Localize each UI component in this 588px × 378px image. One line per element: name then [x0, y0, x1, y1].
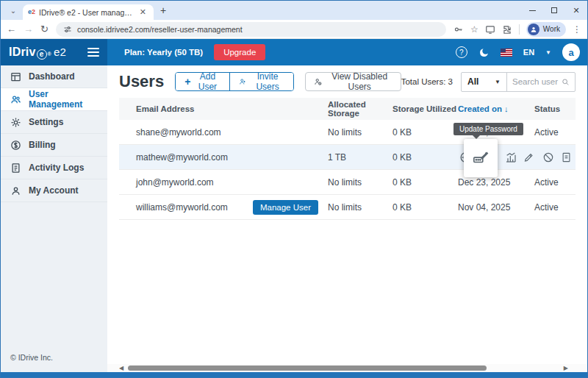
dashboard-icon [10, 71, 21, 82]
new-tab-button[interactable]: + [160, 5, 166, 15]
view-disabled-users-button[interactable]: View Disabled Users [305, 72, 401, 91]
search-box [507, 73, 575, 91]
idrive-e2-logo[interactable]: IDrive®e2 [9, 46, 66, 59]
url-text: console.idrivee2.com/reseller-user-manag… [77, 25, 243, 34]
back-icon[interactable]: ← [7, 24, 16, 34]
col-utilized[interactable]: Storage Utilized [392, 104, 458, 113]
search-input[interactable] [512, 77, 559, 86]
sidebar-item-activity-logs[interactable]: Activity Logs [1, 157, 107, 179]
table-row[interactable]: john@myworld.com No limits 0 KB Dec 23, … [119, 170, 576, 195]
sidebar-item-settings[interactable]: Settings [1, 111, 107, 134]
sort-desc-arrow-icon: ↓ [504, 104, 509, 113]
browser-titlebar: ⌄ e2 IDrive® e2 - User management ✕ + ✕ [1, 1, 587, 20]
person-disabled-icon [314, 76, 322, 87]
search-icon[interactable] [562, 77, 570, 87]
total-users-label: Total Users: 3 [401, 77, 453, 86]
toolbar-divider [519, 24, 520, 35]
allocated-storage: No limits [328, 202, 392, 213]
status-filter-dropdown[interactable]: All ▼ [462, 73, 507, 91]
scroll-left-arrow-icon[interactable]: ◀ [119, 365, 123, 371]
us-flag-icon [501, 49, 512, 57]
profile-chip[interactable]: Work [526, 22, 566, 37]
user-management-icon [10, 94, 21, 105]
user-logs-icon[interactable] [561, 151, 572, 163]
status-badge: Active [534, 202, 576, 213]
user-email-cell: williams@myworld.com Manage User [119, 200, 328, 215]
sidebar-item-dashboard[interactable]: Dashboard [1, 65, 107, 88]
users-table: Email Address Allocated Storage Storage … [119, 98, 576, 220]
user-email: mathew@myworld.com [119, 152, 328, 163]
page-title: Users [119, 72, 164, 91]
browser-window: ⌄ e2 IDrive® e2 - User management ✕ + ✕ … [0, 0, 588, 378]
plus-icon: + [184, 76, 190, 87]
table-header-row: Email Address Allocated Storage Storage … [119, 98, 576, 120]
col-status[interactable]: Status [534, 104, 576, 113]
table-row[interactable]: williams@myworld.com Manage User No limi… [119, 195, 576, 220]
allocated-storage: 1 TB [328, 152, 392, 163]
help-icon[interactable]: ? [456, 46, 467, 58]
table-row-hovered[interactable]: mathew@myworld.com 1 TB 0 KB [119, 145, 576, 170]
storage-utilized: 0 KB [392, 177, 458, 188]
minimize-button[interactable] [521, 1, 543, 20]
user-actions-group: + Add User Invite Users [175, 72, 294, 91]
forward-icon[interactable]: → [24, 24, 33, 34]
update-password-icon [473, 150, 489, 166]
language-label[interactable]: EN [523, 48, 534, 57]
address-bar[interactable]: console.idrivee2.com/reseller-user-manag… [56, 22, 446, 37]
update-password-tooltip: Update Password [453, 123, 523, 135]
horizontal-scrollbar[interactable]: ◀ ▶ [107, 364, 587, 372]
tab-title: IDrive® e2 - User management [39, 8, 134, 17]
manage-user-button[interactable]: Manage User [253, 200, 318, 215]
col-allocated[interactable]: Allocated Storage [328, 100, 392, 118]
password-key-icon[interactable] [453, 24, 464, 35]
dark-mode-moon-icon[interactable] [478, 47, 490, 58]
user-email: williams@myworld.com [136, 202, 228, 213]
billing-icon [10, 140, 21, 151]
bookmark-star-icon[interactable]: ☆ [470, 25, 478, 34]
usage-stats-icon[interactable] [505, 151, 517, 163]
sidebar-item-my-account[interactable]: My Account [1, 179, 107, 202]
hamburger-menu-icon[interactable] [87, 48, 99, 57]
tab-search-icon[interactable]: ⌄ [7, 4, 20, 17]
add-user-button[interactable]: + Add User [176, 73, 229, 90]
window-bottom-border [1, 372, 587, 377]
reload-icon[interactable]: ↻ [40, 24, 49, 34]
invite-users-button[interactable]: Invite Users [229, 73, 294, 90]
person-plus-icon [239, 76, 246, 87]
created-on: Nov 04, 2025 [458, 202, 534, 213]
filter-search-group: All ▼ [461, 72, 576, 92]
copyright-label: © IDrive Inc. [1, 353, 107, 372]
gear-icon [10, 117, 21, 128]
col-email[interactable]: Email Address [119, 104, 328, 113]
status-badge: Active [534, 177, 576, 188]
browser-tab[interactable]: e2 IDrive® e2 - User management ✕ [23, 4, 154, 20]
storage-utilized: 0 KB [392, 152, 458, 163]
app-body: Dashboard User Management Settings Billi… [1, 65, 587, 372]
close-button[interactable]: ✕ [565, 1, 587, 20]
account-avatar[interactable]: a [562, 43, 580, 61]
allocated-storage: No limits [328, 127, 392, 138]
sidebar-item-user-management[interactable]: User Management [1, 88, 107, 111]
scroll-right-arrow-icon[interactable]: ▶ [564, 365, 568, 371]
update-password-card[interactable] [464, 139, 498, 177]
disable-user-icon[interactable] [542, 151, 554, 163]
user-email: shane@myworld.com [119, 127, 328, 138]
language-caret-icon[interactable]: ▼ [545, 49, 551, 56]
extensions-puzzle-icon[interactable] [502, 24, 512, 35]
main-content: Users + Add User Invite Users View Disab… [107, 65, 587, 372]
screen-share-icon[interactable] [485, 24, 495, 35]
edit-pencil-icon[interactable] [523, 151, 534, 163]
col-created-on[interactable]: Created on ↓ [458, 104, 534, 113]
maximize-button[interactable] [543, 1, 565, 20]
upgrade-button[interactable]: Upgrade [214, 44, 265, 60]
browser-menu-icon[interactable]: ⋮ [573, 24, 581, 35]
sidebar-item-billing[interactable]: Billing [1, 134, 107, 157]
window-controls: ✕ [521, 1, 587, 20]
scrollbar-thumb[interactable] [128, 365, 487, 371]
users-topbar: Users + Add User Invite Users View Disab… [107, 65, 587, 98]
tab-close-icon[interactable]: ✕ [137, 7, 148, 17]
logo-zone: IDrive®e2 [1, 39, 107, 65]
plan-label: Plan: Yearly (50 TB) [124, 48, 203, 57]
created-on: Dec 23, 2025 [458, 177, 534, 188]
activity-logs-icon [10, 163, 21, 174]
